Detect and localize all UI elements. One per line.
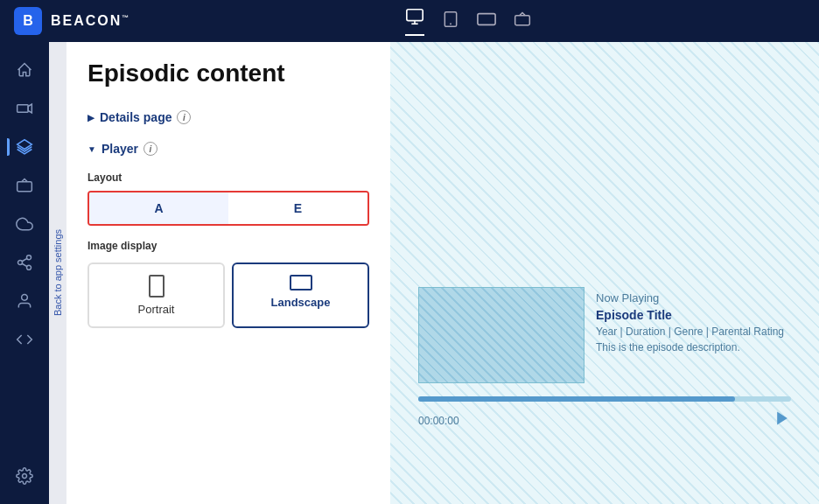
layout-option-a[interactable]: A bbox=[89, 192, 228, 224]
back-to-app-label: Back to app settings bbox=[52, 229, 63, 316]
sidebar-item-code[interactable] bbox=[7, 322, 42, 357]
svg-point-16 bbox=[23, 474, 27, 479]
details-page-label: Details page bbox=[100, 110, 172, 124]
player-accordion-header[interactable]: ▼ Player i bbox=[88, 136, 369, 161]
portrait-label: Portrait bbox=[96, 303, 216, 316]
sidebar-item-user[interactable] bbox=[7, 284, 42, 318]
episode-title: Episode Title bbox=[596, 308, 784, 322]
sidebar-item-home[interactable] bbox=[7, 52, 42, 88]
accordion-expanded-icon: ▼ bbox=[88, 144, 96, 154]
svg-rect-5 bbox=[478, 13, 495, 24]
app-logo: B BEACON™ bbox=[14, 7, 130, 35]
progress-fill bbox=[418, 396, 735, 402]
svg-rect-9 bbox=[18, 182, 32, 192]
now-playing-label: Now Playing bbox=[596, 291, 784, 304]
sidebar bbox=[0, 42, 49, 504]
svg-marker-17 bbox=[777, 412, 788, 425]
player-controls: 00:00:00 bbox=[418, 410, 791, 431]
play-button[interactable] bbox=[774, 410, 791, 431]
desktop-device-icon[interactable] bbox=[405, 7, 424, 36]
main-layout: Back to app settings Episodic content ▶ … bbox=[0, 42, 819, 504]
page-title: Episodic content bbox=[88, 60, 369, 88]
details-page-info-icon[interactable]: i bbox=[177, 110, 191, 124]
now-playing-info: Now Playing Episode Title Year | Duratio… bbox=[596, 291, 784, 354]
sidebar-item-video[interactable] bbox=[7, 91, 42, 126]
preview-area: Now Playing Episode Title Year | Duratio… bbox=[390, 42, 819, 504]
svg-line-14 bbox=[22, 258, 27, 261]
tablet-device-icon[interactable] bbox=[442, 10, 459, 32]
svg-line-13 bbox=[22, 263, 27, 266]
svg-rect-0 bbox=[407, 9, 423, 20]
player-info-icon[interactable]: i bbox=[144, 142, 158, 156]
landscape-label: Landscape bbox=[241, 296, 360, 309]
svg-point-15 bbox=[22, 295, 28, 301]
image-display-options: Portrait Landscape bbox=[88, 262, 369, 328]
preview-content: Now Playing Episode Title Year | Duratio… bbox=[390, 42, 819, 504]
top-navigation: B BEACON™ bbox=[0, 0, 819, 42]
image-display-label: Image display bbox=[88, 240, 369, 252]
svg-point-10 bbox=[27, 256, 32, 260]
widescreen-device-icon[interactable] bbox=[477, 10, 496, 33]
portrait-icon bbox=[149, 275, 164, 298]
landscape-icon bbox=[290, 275, 312, 290]
svg-rect-6 bbox=[514, 15, 529, 24]
layout-label: Layout bbox=[88, 172, 369, 184]
image-display-landscape[interactable]: Landscape bbox=[232, 262, 369, 328]
image-display-portrait[interactable]: Portrait bbox=[88, 262, 225, 328]
video-thumbnail bbox=[418, 287, 584, 383]
player-section: ▼ Player i Layout A E Image display Port… bbox=[88, 136, 369, 328]
back-to-app-settings[interactable]: Back to app settings bbox=[49, 42, 66, 504]
layout-selector: A E bbox=[88, 191, 369, 226]
tv-device-icon[interactable] bbox=[514, 10, 531, 32]
logo-icon: B bbox=[14, 7, 42, 35]
svg-point-11 bbox=[18, 261, 23, 265]
sidebar-item-layers[interactable] bbox=[7, 130, 42, 164]
sidebar-item-tv[interactable] bbox=[7, 168, 42, 203]
sidebar-item-settings[interactable] bbox=[7, 458, 42, 494]
episode-description: This is the episode description. bbox=[596, 341, 784, 354]
details-page-section: ▶ Details page i bbox=[88, 105, 369, 130]
time-code: 00:00:00 bbox=[418, 415, 459, 427]
progress-bar[interactable] bbox=[418, 396, 791, 402]
layout-option-e[interactable]: E bbox=[228, 192, 368, 224]
sidebar-item-cloud[interactable] bbox=[7, 206, 42, 242]
device-selector bbox=[130, 7, 805, 36]
settings-panel: Episodic content ▶ Details page i ▼ Play… bbox=[66, 42, 390, 504]
episode-meta: Year | Duration | Genre | Parental Ratin… bbox=[596, 326, 784, 338]
details-page-accordion-header[interactable]: ▶ Details page i bbox=[88, 105, 369, 130]
svg-point-12 bbox=[27, 265, 32, 270]
svg-rect-7 bbox=[18, 105, 29, 112]
sidebar-item-share[interactable] bbox=[7, 245, 42, 280]
accordion-collapsed-icon: ▶ bbox=[88, 113, 94, 122]
player-label: Player bbox=[102, 142, 138, 156]
app-name: BEACON™ bbox=[51, 13, 130, 29]
